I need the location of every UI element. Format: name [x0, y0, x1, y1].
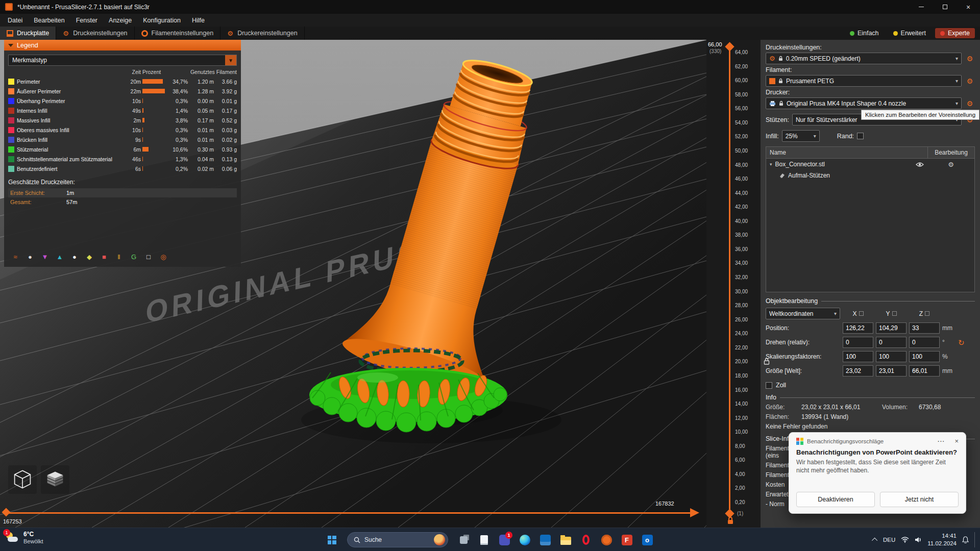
uniform-scale-lock-icon[interactable] — [764, 358, 770, 367]
notepad-icon-button[interactable] — [474, 530, 494, 550]
scale-z-input[interactable] — [909, 351, 940, 362]
tool-changes-icon[interactable]: ◆ — [84, 252, 94, 262]
keyboard-language[interactable]: DEU — [883, 537, 895, 543]
axis-x-icon[interactable] — [859, 311, 864, 316]
deactivate-button[interactable]: Deaktivieren — [796, 492, 875, 507]
volume-icon[interactable] — [915, 537, 922, 543]
tab-druckeinstellungen[interactable]: Druckeinstellungen — [56, 27, 134, 40]
legend-cell: Perimeter — [17, 79, 121, 85]
size-x-input[interactable] — [843, 365, 873, 377]
menu-konfiguration[interactable]: Konfiguration — [137, 14, 186, 27]
inch-checkbox[interactable] — [766, 382, 772, 389]
position-z-input[interactable] — [909, 322, 940, 334]
axis-z-icon[interactable] — [925, 311, 929, 316]
coordinate-system-dropdown[interactable]: Weltkoordinaten ▾ — [766, 308, 840, 319]
3d-viewport[interactable]: ORIGINAL PRUSA — [0, 40, 706, 528]
mode-experte[interactable]: Experte — [935, 28, 975, 38]
legend-cell: Massives Infill — [17, 117, 121, 123]
f-app-icon-button[interactable]: F — [617, 530, 637, 550]
edge-icon-button[interactable] — [514, 530, 535, 550]
size-z-input[interactable] — [909, 365, 940, 377]
rotation-z-input[interactable] — [909, 337, 940, 348]
tool-marker-icon[interactable]: ◎ — [158, 252, 168, 262]
maximize-button[interactable] — [933, 0, 957, 14]
search-box[interactable]: Suche — [347, 532, 448, 547]
tray-chevron-icon[interactable] — [872, 538, 877, 543]
size-y-input[interactable] — [876, 365, 906, 377]
horizontal-move-slider[interactable] — [6, 512, 690, 514]
prusaslicer-icon-button[interactable] — [596, 530, 617, 550]
edit-filament-button[interactable]: ⚙ — [965, 76, 975, 86]
deretractions-icon[interactable]: ▲ — [55, 252, 65, 262]
seams-icon[interactable]: ● — [69, 252, 80, 262]
printer-dropdown[interactable]: Original Prusa MK4 Input Shaper 0.4 nozz… — [766, 97, 962, 109]
menu-bearbeiten[interactable]: Bearbeiten — [28, 14, 70, 27]
menu-anzeige[interactable]: Anzeige — [103, 14, 137, 27]
edit-print-settings-button[interactable]: ⚙ — [965, 54, 975, 64]
menu-datei[interactable]: Datei — [2, 14, 28, 27]
tab-druckplatte[interactable]: Druckplatte — [0, 27, 56, 40]
feature-type-dropdown[interactable]: Merkmalstyp ▼ — [8, 55, 237, 66]
layer-slider-top-handle[interactable] — [725, 42, 734, 51]
explorer-icon-button[interactable] — [555, 530, 576, 550]
mode-erweitert[interactable]: Erweitert — [888, 28, 931, 38]
menu-hilfe[interactable]: Hilfe — [186, 14, 210, 27]
expander-icon[interactable]: ▾ — [770, 162, 772, 167]
clock[interactable]: 14:41 11.02.2024 — [927, 532, 957, 547]
eye-icon[interactable] — [916, 162, 924, 167]
axis-y-icon[interactable] — [892, 311, 897, 316]
more-options-icon[interactable]: ··· — [938, 438, 945, 444]
minimize-button[interactable] — [910, 0, 933, 14]
object-row[interactable]: ▾ Box_Connector.stl ⚙ — [766, 159, 974, 170]
brim-checkbox[interactable] — [857, 133, 864, 139]
retractions-icon[interactable]: ▼ — [40, 252, 50, 262]
3d-view-button[interactable] — [8, 465, 37, 494]
layer-range-lock-icon[interactable] — [727, 516, 734, 527]
mode-einfach[interactable]: Einfach — [845, 28, 884, 38]
tab-druckereinstellungen[interactable]: Druckereinstellungen — [220, 27, 304, 40]
layer-slider-track[interactable] — [729, 47, 730, 509]
custom-gcode-icon[interactable]: G — [129, 252, 139, 262]
rotation-x-input[interactable] — [843, 337, 873, 348]
dropdown-arrow-icon[interactable]: ▼ — [225, 55, 236, 65]
layer-preview-button[interactable] — [41, 465, 69, 494]
object-sub-row[interactable]: Aufmal-Stützen — [766, 170, 974, 181]
wifi-icon[interactable] — [901, 537, 909, 543]
edit-object-icon[interactable]: ⚙ — [948, 161, 954, 168]
layer-ruler[interactable]: 64,0062,0060,0058,0056,0054,0052,0050,00… — [735, 50, 760, 505]
notification-bell-icon[interactable] — [962, 536, 969, 543]
color-changes-icon[interactable]: ■ — [99, 252, 109, 262]
reset-rotation-icon[interactable]: ↻ — [958, 339, 967, 346]
show-desktop-button[interactable] — [974, 532, 976, 547]
close-icon[interactable]: × — [954, 437, 959, 445]
start-button[interactable] — [322, 530, 342, 550]
badge: 1 — [505, 532, 512, 539]
shells-icon[interactable]: □ — [143, 252, 154, 262]
position-y-input[interactable] — [876, 322, 906, 334]
prusaslicer-icon — [601, 535, 612, 545]
taskview-icon-button[interactable] — [453, 530, 474, 550]
filament-dropdown[interactable]: Prusament PETG ▾ — [766, 75, 962, 87]
scale-x-input[interactable] — [843, 351, 873, 362]
outlook-icon-button[interactable]: o — [637, 530, 657, 550]
pause-prints-icon[interactable]: ‖ — [114, 252, 124, 262]
position-x-input[interactable] — [843, 322, 873, 334]
tab-filamenteinstellungen[interactable]: Filamenteinstellungen — [135, 27, 221, 40]
rotation-y-input[interactable] — [876, 337, 906, 348]
scale-y-input[interactable] — [876, 351, 906, 362]
legend-header[interactable]: Legend — [4, 40, 241, 51]
not-now-button[interactable]: Jetzt nicht — [880, 492, 959, 507]
hslider-right-handle[interactable] — [690, 508, 699, 517]
travel-moves-icon[interactable]: ≈ — [10, 252, 20, 262]
search-highlight-image[interactable] — [434, 534, 445, 545]
wipe-moves-icon[interactable]: ● — [25, 252, 35, 262]
weather-widget[interactable]: 1 6°C Bewölkt — [5, 531, 43, 545]
close-button[interactable]: × — [957, 0, 980, 14]
teams-icon-button[interactable]: 1 — [494, 530, 514, 550]
menu-fenster[interactable]: Fenster — [70, 14, 103, 27]
print-settings-dropdown[interactable]: ⚙ 0.20mm SPEED (geändert) ▾ — [766, 53, 962, 64]
edit-printer-button[interactable]: ⚙ — [965, 98, 975, 109]
opera-icon-button[interactable] — [576, 530, 596, 550]
infill-dropdown[interactable]: 25% ▾ — [782, 130, 820, 142]
store-icon-button[interactable] — [535, 530, 555, 550]
